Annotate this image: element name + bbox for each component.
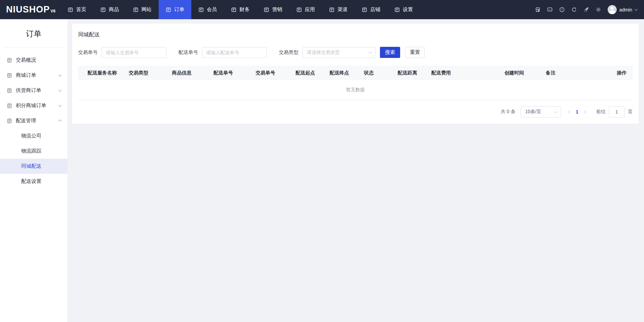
sidebar-item-trade-overview[interactable]: 交易概况 — [0, 53, 67, 68]
order-icon — [166, 7, 171, 12]
nav-item-label: 财务 — [239, 6, 250, 13]
sidebar-menu: 交易概况 商城订单 供货商订单 积分商城订单 — [0, 48, 67, 189]
rocket-icon[interactable] — [583, 7, 589, 12]
gear-icon[interactable] — [595, 7, 601, 12]
nav-item-label: 首页 — [76, 6, 86, 13]
sidebar-title: 订单 — [0, 19, 67, 47]
table-column-header: 状态 — [364, 70, 397, 76]
filter-bar: 交易单号 配送单号 交易类型 请选择交易类型 搜索 重置 — [78, 47, 633, 58]
main-content: 同城配送 交易单号 配送单号 交易类型 请选择交易类型 搜索 重置 — [67, 19, 644, 322]
chevron-icon — [59, 120, 62, 123]
nav-item-marketing[interactable]: 营销 — [257, 0, 289, 19]
nav-item-orders[interactable]: 订单 — [159, 0, 191, 19]
chevron-icon — [59, 88, 62, 92]
chevron-down-icon — [635, 7, 638, 11]
page-number[interactable]: 1 — [576, 109, 578, 115]
sidebar-item-label: 物流跟踪 — [21, 148, 41, 154]
next-page-button[interactable] — [583, 111, 585, 113]
nav-item-label: 设置 — [403, 6, 413, 13]
table-column-header: 配送费用 — [431, 70, 504, 76]
nav-item-label: 商品 — [109, 6, 119, 13]
monitor-icon — [68, 7, 73, 12]
sidebar-item-logistics-company[interactable]: 物流公司 — [0, 128, 67, 143]
trade-no-input[interactable] — [102, 47, 166, 58]
pagination-total: 共 0 条 — [501, 109, 516, 115]
nav-item-shop[interactable]: 店铺 — [355, 0, 387, 19]
nav-item-channels[interactable]: 渠道 — [322, 0, 355, 19]
goto-page-input[interactable] — [609, 106, 625, 118]
page-title: 同城配送 — [78, 31, 633, 38]
chevron-down-icon — [554, 110, 557, 113]
table-column-header: 交易单号 — [256, 70, 295, 76]
nav-item-settings[interactable]: 设置 — [387, 0, 420, 19]
chevron-icon — [59, 103, 62, 107]
sidebar-item-supplier-orders[interactable]: 供货商订单 — [0, 83, 67, 98]
sidebar-item-delivery-settings[interactable]: 配送设置 — [0, 174, 67, 189]
message-icon[interactable] — [547, 7, 553, 12]
trade-overview-icon — [7, 58, 12, 63]
sidebar-item-label: 配送管理 — [16, 118, 36, 124]
sidebar-item-label: 供货商订单 — [16, 87, 41, 94]
page-size-value: 10条/页 — [525, 109, 541, 115]
nav-item-website[interactable]: 网站 — [126, 0, 159, 19]
table-column-header: 配送终点 — [329, 70, 364, 76]
user-menu[interactable]: admin — [608, 5, 637, 14]
logo-text: NIUSHOP — [6, 4, 50, 15]
reset-button[interactable]: 重置 — [405, 47, 425, 58]
sidebar-item-label: 商城订单 — [16, 72, 36, 78]
sidebar-item-logistics-tracking[interactable]: 物流跟踪 — [0, 143, 67, 159]
prev-page-button[interactable] — [569, 111, 571, 113]
sidebar-item-points-mall-orders[interactable]: 积分商城订单 — [0, 98, 67, 113]
avatar — [608, 5, 617, 14]
table-column-header: 备注 — [546, 70, 609, 76]
channel-icon — [329, 7, 334, 12]
nav-item-label: 订单 — [174, 6, 184, 13]
table-column-header: 交易类型 — [129, 70, 172, 76]
delivery-no-input[interactable] — [202, 47, 267, 58]
nav-item-label: 营销 — [272, 6, 282, 13]
pagination: 共 0 条 10条/页 1 前往 页 — [78, 106, 633, 118]
sidebar-item-label: 配送设置 — [21, 178, 41, 185]
nav-item-finance[interactable]: 财务 — [224, 0, 257, 19]
website-icon — [133, 7, 138, 12]
shop-icon — [362, 7, 367, 12]
main-menu: 首页 商品 网站 — [61, 0, 420, 19]
table-column-header: 创建时间 — [505, 70, 546, 76]
trade-type-placeholder: 请选择交易类型 — [307, 50, 340, 56]
nav-item-members[interactable]: 会员 — [191, 0, 224, 19]
sidebar-item-mall-orders[interactable]: 商城订单 — [0, 68, 67, 83]
store-icon[interactable] — [535, 7, 541, 12]
sidebar-item-delivery-management[interactable]: 配送管理 — [0, 113, 67, 128]
delivery-no-label: 配送单号 — [179, 49, 198, 56]
table-column-header: 配送距离 — [397, 70, 431, 76]
sidebar: 订单 交易概况 商城订单 供货商订单 积分商城订单 — [0, 19, 67, 322]
top-navbar: NIUSHOP V6 首页 — [0, 0, 644, 19]
delivery-icon — [7, 118, 12, 124]
nav-item-home[interactable]: 首页 — [61, 0, 93, 19]
nav-item-apps[interactable]: 应用 — [289, 0, 322, 19]
nav-item-label: 会员 — [207, 6, 217, 13]
app-logo: NIUSHOP V6 — [0, 4, 61, 15]
sidebar-item-city-delivery[interactable]: 同城配送 — [0, 159, 67, 174]
page-size-select[interactable]: 10条/页 — [521, 106, 561, 118]
trade-no-label: 交易单号 — [78, 49, 98, 56]
nav-item-label: 应用 — [305, 6, 315, 13]
nav-item-label: 渠道 — [337, 6, 348, 13]
info-icon[interactable] — [559, 7, 565, 12]
nav-item-label: 网站 — [141, 6, 152, 13]
sidebar-item-label: 同城配送 — [21, 163, 41, 169]
trade-type-select[interactable]: 请选择交易类型 — [302, 47, 376, 58]
member-icon — [198, 7, 204, 12]
trade-type-label: 交易类型 — [279, 49, 298, 56]
table-column-header: 配送服务名称 — [88, 70, 129, 76]
table-column-header: 配送单号 — [214, 70, 256, 76]
search-button[interactable]: 搜索 — [380, 47, 400, 58]
refresh-icon[interactable] — [571, 7, 577, 12]
table-empty-state: 暂无数据 — [78, 80, 633, 100]
filter-trade-type: 交易类型 请选择交易类型 — [279, 47, 376, 58]
nav-item-goods[interactable]: 商品 — [93, 0, 126, 19]
supplier-order-icon — [7, 88, 12, 93]
logo-version: V6 — [51, 9, 56, 13]
points-order-icon — [7, 103, 12, 108]
chevron-right-icon — [583, 110, 586, 114]
